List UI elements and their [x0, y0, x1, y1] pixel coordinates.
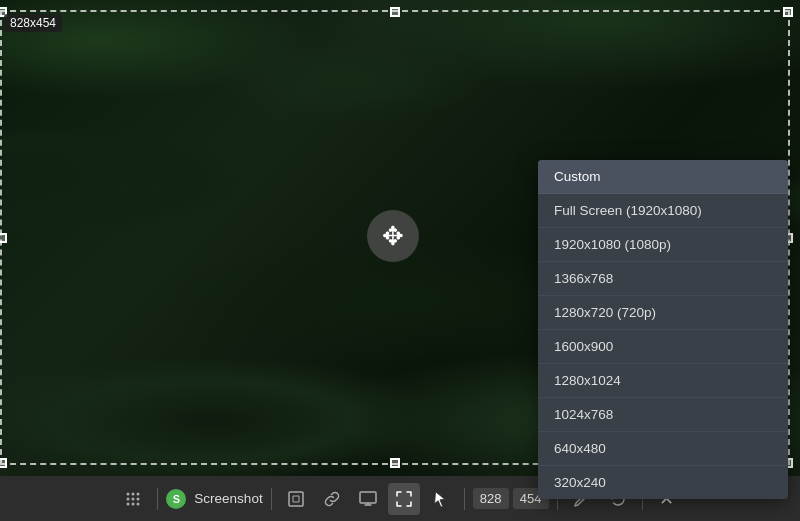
svg-point-5 — [137, 497, 140, 500]
dimension-badge: 828x454 — [4, 14, 62, 32]
dropdown-item-1024x768[interactable]: 1024x768 — [538, 398, 788, 432]
cursor-icon — [433, 490, 447, 508]
custom-size-icon — [395, 490, 413, 508]
svg-point-2 — [137, 492, 140, 495]
dropdown-item-1280x720[interactable]: 1280x720 (720p) — [538, 296, 788, 330]
grid-button[interactable] — [117, 483, 149, 515]
cursor-area — [424, 483, 456, 515]
display-icon — [359, 490, 377, 508]
dropdown-item-1920x1080[interactable]: 1920x1080 (1080p) — [538, 228, 788, 262]
separator-2 — [271, 488, 272, 510]
dropdown-item-320x240[interactable]: 320x240 — [538, 466, 788, 499]
svg-point-3 — [127, 497, 130, 500]
dropdown-item-fullscreen[interactable]: Full Screen (1920x1080) — [538, 194, 788, 228]
svg-point-4 — [132, 497, 135, 500]
svg-point-1 — [132, 492, 135, 495]
svg-rect-9 — [289, 492, 303, 506]
separator-3 — [464, 488, 465, 510]
separator-1 — [157, 488, 158, 510]
svg-point-7 — [132, 502, 135, 505]
link-button[interactable] — [316, 483, 348, 515]
svg-point-0 — [127, 492, 130, 495]
app-icon: S — [166, 489, 186, 509]
resolution-dropdown[interactable]: Custom Full Screen (1920x1080) 1920x1080… — [538, 160, 788, 499]
dropdown-item-640x480[interactable]: 640x480 — [538, 432, 788, 466]
display-button[interactable] — [352, 483, 384, 515]
resize-icon — [287, 490, 305, 508]
dropdown-item-1600x900[interactable]: 1600x900 — [538, 330, 788, 364]
width-value[interactable]: 828 — [473, 488, 509, 509]
app-label: Screenshot — [194, 491, 262, 506]
grid-icon — [124, 490, 142, 508]
dropdown-item-1280x1024[interactable]: 1280x1024 — [538, 364, 788, 398]
link-icon — [323, 490, 341, 508]
custom-size-button[interactable] — [388, 483, 420, 515]
svg-point-6 — [127, 502, 130, 505]
dropdown-item-1366x768[interactable]: 1366x768 — [538, 262, 788, 296]
svg-point-8 — [137, 502, 140, 505]
move-handle[interactable]: ✥ — [367, 210, 419, 262]
dropdown-item-custom[interactable]: Custom — [538, 160, 788, 194]
resize-button[interactable] — [280, 483, 312, 515]
move-symbol: ✥ — [382, 223, 404, 249]
svg-rect-10 — [360, 492, 376, 503]
